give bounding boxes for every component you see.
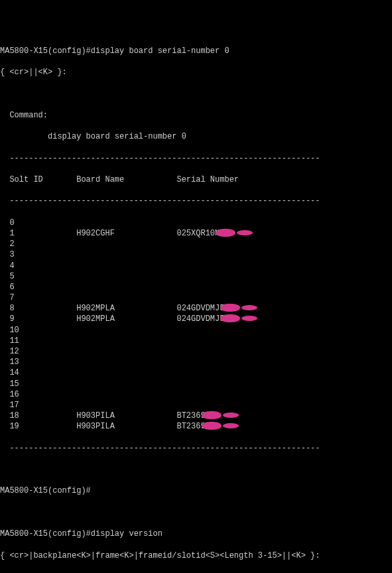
table-row: 18 H903PILA BT2369 bbox=[0, 411, 392, 421]
table-row: 4 bbox=[0, 261, 392, 271]
table-row: 12 bbox=[0, 346, 392, 357]
table-row: 14 bbox=[0, 367, 392, 378]
separator: ----------------------------------------… bbox=[0, 443, 392, 454]
table-row: 16 bbox=[0, 389, 392, 400]
command-echo: display board serial-number 0 bbox=[0, 131, 392, 142]
table-header: Solt ID Board Name Serial Number bbox=[0, 174, 392, 185]
table-row: 17 bbox=[0, 400, 392, 411]
table-row: 19 H903PILA BT2369 bbox=[0, 421, 392, 432]
table-row: 7 bbox=[0, 292, 392, 303]
table-row: 15 bbox=[0, 379, 392, 389]
blank bbox=[0, 464, 392, 475]
table-row: 9 H902MPLA 024GDVDMJ5 bbox=[0, 314, 392, 324]
command-label: Command: bbox=[0, 110, 392, 121]
table-row: 3 bbox=[0, 249, 392, 260]
separator: ----------------------------------------… bbox=[0, 196, 392, 206]
table-row: 1 H902CGHF 025XQR10M bbox=[0, 228, 392, 239]
blank bbox=[0, 507, 392, 518]
table-row: 5 bbox=[0, 271, 392, 282]
separator: ----------------------------------------… bbox=[0, 153, 392, 164]
table-row: 2 bbox=[0, 239, 392, 249]
table-row: 6 bbox=[0, 282, 392, 292]
prompt-line: MA5800-X15(config)#display version bbox=[0, 529, 392, 539]
prompt-line: MA5800-X15(config)# bbox=[0, 485, 392, 496]
table-row: 0 bbox=[0, 218, 392, 228]
syntax-hint: { <cr>|backplane<K>|frame<K>|frameid/slo… bbox=[0, 550, 392, 561]
blank bbox=[0, 89, 392, 99]
table-row: 11 bbox=[0, 336, 392, 346]
table-row: 10 bbox=[0, 325, 392, 336]
syntax-hint: { <cr>||<K> }: bbox=[0, 67, 392, 78]
prompt-line: MA5800-X15(config)#display board serial-… bbox=[0, 46, 392, 56]
table-row: 8 H902MPLA 024GDVDMJ5 bbox=[0, 303, 392, 314]
table-row: 13 bbox=[0, 357, 392, 367]
